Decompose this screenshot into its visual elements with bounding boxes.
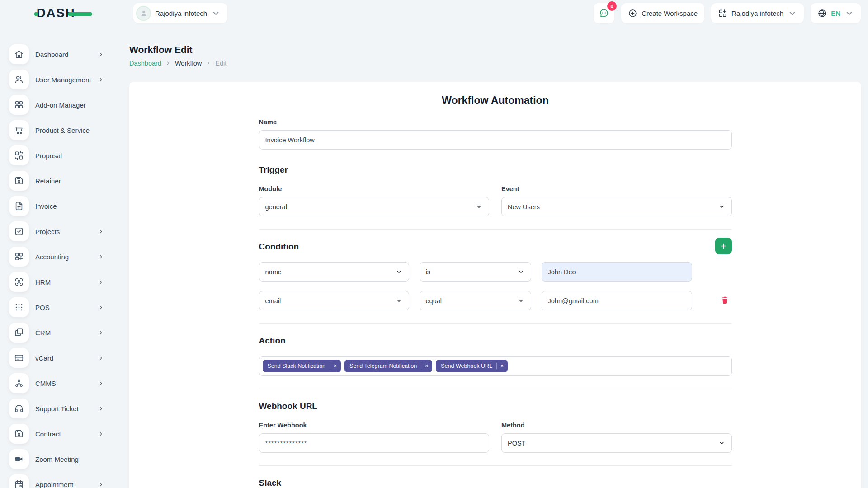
chevron-right-icon: [98, 52, 104, 57]
sidebar-item-projects[interactable]: Projects: [9, 221, 104, 241]
action-tag: Send Webhook URL×: [436, 360, 508, 372]
webhook-input[interactable]: [259, 433, 490, 453]
condition-operator-select[interactable]: is: [420, 262, 531, 282]
sidebar-icon-tile: [9, 70, 29, 89]
sidebar-item-label: Invoice: [35, 202, 104, 210]
sidebar-item-invoice[interactable]: Invoice: [9, 196, 104, 216]
logo-dash-bar: [68, 12, 92, 16]
action-tag-label: Send Webhook URL: [441, 363, 492, 369]
workspace-avatar: [136, 6, 151, 21]
trash-icon: [721, 296, 729, 305]
condition-field-select[interactable]: email: [259, 291, 409, 310]
sidebar-item-pos[interactable]: POS: [9, 297, 104, 317]
sidebar-item-add-on-manager[interactable]: Add-on Manager: [9, 95, 104, 115]
form-heading: Workflow Automation: [259, 94, 732, 107]
video-icon: [14, 454, 24, 464]
sidebar-item-label: Dashboard: [35, 51, 92, 58]
sidebar-item-product-service[interactable]: Product & Service: [9, 120, 104, 140]
plus-icon: [720, 242, 727, 250]
chevron-right-icon: [98, 254, 104, 260]
headphones-icon: [14, 404, 24, 413]
person-icon: [139, 9, 148, 18]
action-tag-label: Send Slack Notification: [268, 363, 326, 369]
sidebar-icon-tile: [9, 348, 29, 368]
sidebar-item-hrm[interactable]: HRM: [9, 272, 104, 292]
sidebar-item-zoom-meeting[interactable]: Zoom Meeting: [9, 449, 104, 469]
dots-icon: [14, 302, 24, 312]
chevron-right-icon: [206, 61, 211, 66]
condition-field-select[interactable]: name: [259, 262, 409, 282]
condition-value-input[interactable]: [542, 291, 692, 310]
sidebar-item-label: Appointment: [35, 481, 92, 488]
delete-condition-button[interactable]: [720, 296, 730, 306]
condition-rows: nameisemailequal: [259, 262, 732, 310]
sidebar-icon-tile: [9, 399, 29, 418]
plus-circle-icon: [628, 9, 637, 18]
sidebar-item-label: CMMS: [35, 380, 92, 387]
chevron-down-icon: [718, 440, 725, 446]
section-divider: [259, 465, 732, 466]
remove-action-tag-button[interactable]: ×: [330, 363, 341, 369]
webhook-input-label: Enter Webhook: [259, 422, 490, 429]
sidebar-item-proposal[interactable]: Proposal: [9, 145, 104, 165]
company-menu[interactable]: Rajodiya infotech: [711, 3, 804, 23]
condition-operator-value: equal: [426, 297, 442, 305]
method-select[interactable]: POST: [501, 433, 732, 453]
breadcrumb-link-dashboard[interactable]: Dashboard: [129, 60, 161, 67]
sidebar-icon-tile: [9, 221, 29, 241]
sidebar-item-appointment[interactable]: Appointment: [9, 474, 104, 488]
sidebar-item-contract[interactable]: Contract: [9, 424, 104, 444]
sidebar-icon-tile: [9, 196, 29, 216]
event-label: Event: [501, 185, 732, 192]
sidebar-item-label: Accounting: [35, 253, 92, 261]
chevron-down-icon: [476, 203, 482, 210]
condition-operator-select[interactable]: equal: [420, 291, 531, 310]
check-square-icon: [14, 226, 24, 236]
module-select-value: general: [265, 203, 287, 211]
main-content: Workflow Edit Dashboard Workflow Edit Wo…: [127, 26, 868, 488]
sidebar-icon-tile: [9, 171, 29, 191]
name-input[interactable]: [259, 130, 732, 150]
add-condition-button[interactable]: [715, 238, 732, 254]
action-multiselect[interactable]: Send Slack Notification×Send Telegram No…: [259, 356, 732, 376]
chevron-down-icon: [518, 297, 524, 304]
sidebar-icon-tile: [9, 120, 29, 140]
calendar-icon: [14, 479, 24, 488]
brand-logo[interactable]: DASH: [0, 6, 127, 20]
sidebar-item-crm[interactable]: CRM: [9, 323, 104, 343]
sidebar-item-accounting[interactable]: Accounting: [9, 247, 104, 267]
chevron-right-icon: [98, 380, 104, 386]
sidebar-item-label: POS: [35, 304, 92, 311]
event-select[interactable]: New Users: [501, 197, 732, 216]
language-label: EN: [831, 9, 840, 17]
sidebar-item-vcard[interactable]: vCard: [9, 348, 104, 368]
create-workspace-button[interactable]: Create Workspace: [621, 3, 704, 23]
condition-value-input[interactable]: [542, 262, 692, 282]
grid-plus-icon: [14, 252, 24, 262]
sidebar-item-retainer[interactable]: Retainer: [9, 171, 104, 191]
sidebar-item-dashboard[interactable]: Dashboard: [9, 44, 104, 64]
action-tag-label: Send Telegram Notification: [349, 363, 417, 369]
messages-button[interactable]: 0: [594, 3, 614, 23]
app-root: DASH Rajodiya infotech 0 Create Workspac…: [0, 0, 868, 488]
method-select-value: POST: [508, 440, 525, 447]
breadcrumb-workflow: Workflow: [175, 60, 202, 67]
chevron-right-icon: [98, 406, 104, 412]
breadcrumb: Dashboard Workflow Edit: [129, 60, 861, 67]
sidebar-item-support-ticket[interactable]: Support Ticket: [9, 399, 104, 418]
swap-icon: [14, 150, 24, 160]
sidebar-item-label: Add-on Manager: [35, 101, 104, 109]
language-selector[interactable]: EN: [811, 3, 861, 23]
chevron-right-icon: [98, 355, 104, 361]
chevron-down-icon: [211, 9, 221, 18]
sidebar-item-user-management[interactable]: User Management: [9, 70, 104, 89]
file-icon: [14, 201, 24, 211]
remove-action-tag-button[interactable]: ×: [421, 363, 432, 369]
remove-action-tag-button[interactable]: ×: [496, 363, 508, 369]
workspace-selector[interactable]: Rajodiya infotech: [133, 3, 227, 23]
module-select[interactable]: general: [259, 197, 490, 216]
sidebar-item-cmms[interactable]: CMMS: [9, 373, 104, 393]
sidebar-icon-tile: [9, 373, 29, 393]
top-header: DASH Rajodiya infotech 0 Create Workspac…: [0, 0, 868, 26]
sidebar-item-label: Zoom Meeting: [35, 455, 104, 463]
